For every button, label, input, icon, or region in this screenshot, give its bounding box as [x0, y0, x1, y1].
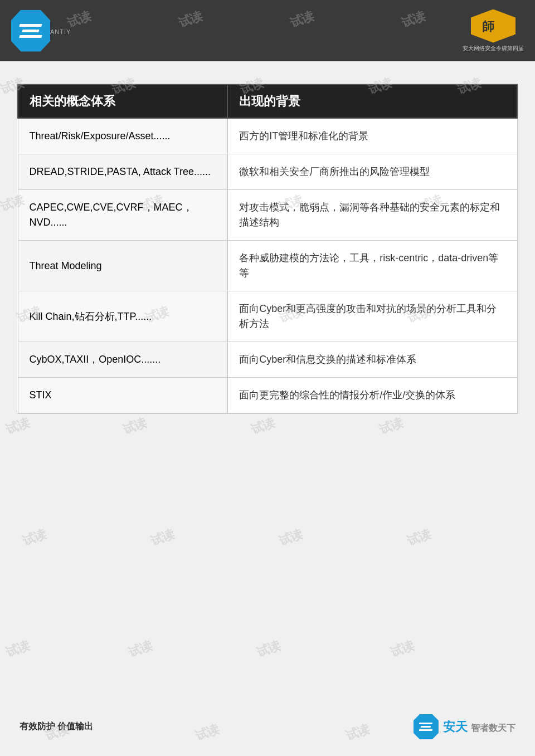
- logo-text: ANTIY: [50, 28, 71, 35]
- watermark-20: 试读: [249, 414, 278, 438]
- cell-col1-2: CAPEC,CWE,CVE,CVRF，MAEC，NVD......: [18, 190, 227, 241]
- cell-col1-4: Kill Chain,钻石分析,TTP......: [18, 291, 227, 342]
- svg-text:師: 師: [482, 19, 494, 33]
- watermark-29: 试读: [388, 637, 417, 661]
- watermark-23: 试读: [148, 525, 177, 549]
- cell-col1-5: CybOX,TAXII，OpenIOC.......: [18, 342, 227, 378]
- table-row: Kill Chain,钻石分析,TTP......面向Cyber和更高强度的攻击…: [18, 291, 517, 342]
- table-row: Threat/Risk/Exposure/Asset......西方的IT管理和…: [18, 118, 517, 154]
- logo-shape: [11, 10, 50, 52]
- header-tagline: 安天网络安全令牌第四届: [463, 45, 524, 52]
- watermark-26: 试读: [3, 637, 32, 661]
- table-row: CybOX,TAXII，OpenIOC.......面向Cyber和信息交换的描…: [18, 342, 517, 378]
- watermark-21: 试读: [377, 414, 406, 438]
- logo-container: ANTIY: [11, 10, 71, 52]
- table-row: CAPEC,CWE,CVE,CVRF，MAEC，NVD......对攻击模式，脆…: [18, 190, 517, 241]
- logo-line-3: [19, 35, 42, 38]
- footer-brand: 安天 智者数天下: [414, 714, 515, 739]
- watermark-28: 试读: [254, 637, 283, 661]
- watermark-24: 试读: [276, 525, 305, 549]
- logo-line-1: [19, 24, 42, 27]
- watermark-22: 试读: [20, 525, 49, 549]
- concepts-table: 相关的概念体系 出现的背景 Threat/Risk/Exposure/Asset…: [17, 84, 518, 413]
- table-row: STIX面向更完整的综合性的情报分析/作业/交换的体系: [18, 378, 517, 413]
- watermark-18: 试读: [3, 414, 32, 438]
- cell-col2-5: 面向Cyber和信息交换的描述和标准体系: [227, 342, 517, 378]
- emblem-icon: 師: [479, 15, 507, 37]
- footer-slogan: 有效防护 价值输出: [20, 721, 93, 733]
- footer-logo-lines: [419, 723, 432, 731]
- cell-col2-3: 各种威胁建模的方法论，工具，risk-centric，data-driven等等: [227, 241, 517, 291]
- header-emblem: 師: [471, 9, 515, 43]
- footer-line-3: [419, 729, 433, 731]
- footer-brand-sub: 智者数天下: [471, 723, 515, 733]
- cell-col1-1: DREAD,STRIDE,PASTA, Attack Tree......: [18, 154, 227, 190]
- table-row: DREAD,STRIDE,PASTA, Attack Tree......微软和…: [18, 154, 517, 190]
- cell-col1-3: Threat Modeling: [18, 241, 227, 291]
- cell-col1-0: Threat/Risk/Exposure/Asset......: [18, 118, 227, 154]
- main-content: 相关的概念体系 出现的背景 Threat/Risk/Exposure/Asset…: [17, 84, 518, 414]
- page-header: ANTIY 師 安天网络安全令牌第四届: [0, 0, 535, 61]
- cell-col2-4: 面向Cyber和更高强度的攻击和对抗的场景的分析工具和分析方法: [227, 291, 517, 342]
- table-header-row: 相关的概念体系 出现的背景: [18, 85, 517, 118]
- col1-header: 相关的概念体系: [18, 85, 227, 118]
- footer-brand-name: 安天 智者数天下: [443, 719, 515, 735]
- logo-line-2: [22, 30, 39, 32]
- watermark-19: 试读: [120, 414, 149, 438]
- col2-header: 出现的背景: [227, 85, 517, 118]
- footer-line-2: [421, 726, 431, 728]
- cell-col1-6: STIX: [18, 378, 227, 413]
- cell-col2-6: 面向更完整的综合性的情报分析/作业/交换的体系: [227, 378, 517, 413]
- cell-col2-0: 西方的IT管理和标准化的背景: [227, 118, 517, 154]
- watermark-27: 试读: [126, 637, 155, 661]
- header-right-logo: 師 安天网络安全令牌第四届: [463, 9, 524, 52]
- cell-col2-2: 对攻击模式，脆弱点，漏洞等各种基础的安全元素的标定和描述结构: [227, 190, 517, 241]
- page-footer: 有效防护 价值输出 安天 智者数天下: [0, 714, 535, 739]
- cell-col2-1: 微软和相关安全厂商所推出的风险管理模型: [227, 154, 517, 190]
- footer-logo-icon: [414, 714, 439, 739]
- watermark-25: 试读: [405, 525, 434, 549]
- footer-line-1: [419, 723, 433, 724]
- logo-lines: [20, 24, 42, 38]
- table-row: Threat Modeling各种威胁建模的方法论，工具，risk-centri…: [18, 241, 517, 291]
